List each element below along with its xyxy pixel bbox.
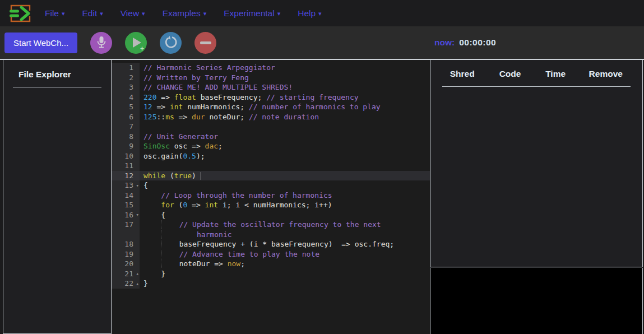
gutter-line-number[interactable] bbox=[112, 230, 140, 240]
gutter-line-number[interactable]: 15 bbox=[112, 200, 140, 210]
code-line[interactable]: 512 => int numHarmonics; // number of ha… bbox=[112, 102, 430, 112]
code-line[interactable]: 21▴ } bbox=[112, 269, 430, 279]
code-line[interactable]: 4220 => float baseFrequency; // starting… bbox=[112, 92, 430, 103]
code-line[interactable]: 18 baseFrequency + (i * baseFrequency) =… bbox=[112, 239, 430, 249]
code-text: // Update the oscillator frequency to th… bbox=[140, 220, 381, 230]
play-add-shred-button[interactable]: + bbox=[125, 32, 147, 54]
code-line[interactable]: 13▾{ bbox=[112, 180, 430, 191]
code-text: SinOsc osc => dac; bbox=[140, 141, 223, 151]
code-line[interactable]: 2// Written by Terry Feng bbox=[112, 73, 430, 83]
code-text: osc.gain(0.5); bbox=[140, 151, 205, 161]
code-line[interactable]: 22▴} bbox=[112, 279, 430, 289]
gutter-line-number[interactable]: 17 bbox=[112, 220, 140, 230]
fold-toggle-icon[interactable]: ▴ bbox=[136, 279, 139, 289]
plus-icon: + bbox=[140, 45, 144, 53]
chevron-down-icon: ▾ bbox=[100, 10, 103, 17]
code-text: 220 => float baseFrequency; // starting … bbox=[140, 92, 359, 103]
gutter-line-number[interactable]: 19 bbox=[112, 249, 140, 259]
code-line[interactable]: 7 bbox=[112, 122, 430, 132]
chevron-down-icon: ▾ bbox=[203, 10, 207, 17]
start-webchuck-button[interactable]: Start WebCh... bbox=[4, 33, 77, 53]
code-text: } bbox=[140, 269, 165, 279]
shred-table-divider bbox=[442, 86, 631, 87]
gutter-line-number[interactable]: 2 bbox=[112, 73, 140, 83]
microphone-icon bbox=[96, 36, 107, 50]
gutter-line-number[interactable]: 13▾ bbox=[112, 180, 140, 191]
code-line[interactable]: 1// Harmonic Series Arpeggiator bbox=[112, 63, 430, 73]
gutter-line-number[interactable]: 12 bbox=[112, 171, 140, 181]
code-line[interactable]: 16▾ { bbox=[112, 210, 430, 220]
gutter-line-number[interactable]: 21▴ bbox=[112, 269, 140, 279]
file-explorer-title: File Explorer bbox=[3, 60, 111, 80]
fold-toggle-icon[interactable]: ▾ bbox=[136, 181, 139, 191]
gutter-line-number[interactable]: 11 bbox=[112, 161, 140, 171]
gutter-line-number[interactable]: 8 bbox=[112, 132, 140, 142]
file-explorer-divider bbox=[13, 87, 101, 87]
now-time-display: now: 00:00:00 bbox=[434, 26, 496, 59]
chuck-time-value: 00:00:00 bbox=[459, 38, 496, 48]
gutter-line-number[interactable]: 4 bbox=[112, 92, 140, 103]
code-text: baseFrequency + (i * baseFrequency) => o… bbox=[140, 239, 394, 249]
gutter-line-number[interactable]: 1 bbox=[112, 63, 140, 73]
menu-bar: File▾Edit▾View▾Examples▾Experimental▾Hel… bbox=[0, 0, 644, 26]
chevron-down-icon: ▾ bbox=[62, 10, 65, 17]
gutter-line-number[interactable]: 9 bbox=[112, 141, 140, 151]
shred-column-header: Shred bbox=[438, 69, 486, 79]
webchuck-logo-icon bbox=[7, 2, 33, 25]
code-line[interactable]: 19 // Advance time to play the note bbox=[112, 249, 430, 259]
code-line[interactable]: 12while (true) bbox=[112, 171, 430, 181]
toolbar: Start WebCh... + now: 00:00:00 bbox=[0, 26, 644, 59]
code-line[interactable]: 8// Unit Generator bbox=[112, 132, 430, 142]
gutter-line-number[interactable]: 18 bbox=[112, 239, 140, 249]
gutter-line-number[interactable]: 16▾ bbox=[112, 210, 140, 220]
code-line[interactable]: 6125::ms => dur noteDur; // note duratio… bbox=[112, 112, 430, 122]
code-line[interactable]: 14 // Loop through the number of harmoni… bbox=[112, 191, 430, 201]
menu-items: File▾Edit▾View▾Examples▾Experimental▾Hel… bbox=[45, 8, 339, 18]
code-line[interactable]: 20 noteDur => now; bbox=[112, 259, 430, 269]
file-explorer-panel[interactable]: File Explorer bbox=[3, 60, 112, 334]
code-text: noteDur => now; bbox=[140, 259, 245, 269]
gutter-line-number[interactable]: 10 bbox=[112, 151, 140, 161]
code-editor[interactable]: 1// Harmonic Series Arpeggiator2// Writt… bbox=[112, 60, 430, 334]
fold-toggle-icon[interactable]: ▾ bbox=[136, 210, 139, 220]
code-text bbox=[140, 122, 143, 132]
gutter-line-number[interactable]: 3 bbox=[112, 82, 140, 92]
code-text: { bbox=[140, 180, 148, 191]
gutter-line-number[interactable]: 6 bbox=[112, 112, 140, 122]
code-text: for (0 => int i; i < numHarmonics; i++) bbox=[140, 200, 332, 210]
code-text: harmonic bbox=[140, 230, 232, 240]
chevron-down-icon: ▾ bbox=[277, 10, 281, 17]
gutter-line-number[interactable]: 20 bbox=[112, 259, 140, 269]
menu-item-edit[interactable]: Edit▾ bbox=[82, 8, 103, 18]
code-text: // CHANGE ME! ADD MULTIPLE SHREDS! bbox=[140, 82, 293, 92]
code-line[interactable]: 17 // Update the oscillator frequency to… bbox=[112, 220, 430, 230]
microphone-button[interactable] bbox=[90, 32, 112, 54]
code-line[interactable]: 15 for (0 => int i; i < numHarmonics; i+… bbox=[112, 200, 430, 210]
code-line[interactable]: 3// CHANGE ME! ADD MULTIPLE SHREDS! bbox=[112, 82, 430, 92]
code-text: { bbox=[140, 210, 165, 220]
menu-item-examples[interactable]: Examples▾ bbox=[163, 8, 207, 18]
gutter-line-number[interactable]: 5 bbox=[112, 102, 140, 112]
replace-shred-button[interactable] bbox=[160, 32, 182, 54]
gutter-line-number[interactable]: 14 bbox=[112, 191, 140, 201]
gutter-line-number[interactable]: 7 bbox=[112, 122, 140, 132]
code-line[interactable]: 10osc.gain(0.5); bbox=[112, 151, 430, 161]
shred-column-header: Time bbox=[534, 69, 577, 79]
audio-visualizer-canvas bbox=[430, 268, 643, 334]
menu-item-file[interactable]: File▾ bbox=[45, 8, 65, 18]
gutter-line-number[interactable]: 22▴ bbox=[112, 279, 140, 289]
code-text: // Written by Terry Feng bbox=[140, 73, 249, 83]
shred-column-header: Remove bbox=[577, 69, 634, 79]
code-line[interactable]: harmonic bbox=[112, 230, 430, 240]
menu-item-experimental[interactable]: Experimental▾ bbox=[224, 8, 280, 18]
remove-shred-button[interactable] bbox=[194, 32, 216, 54]
code-text: // Unit Generator bbox=[140, 132, 218, 142]
code-line[interactable]: 11 bbox=[112, 161, 430, 171]
menu-item-help[interactable]: Help▾ bbox=[298, 8, 321, 18]
code-text: // Loop through the number of harmonics bbox=[140, 191, 332, 201]
menu-item-view[interactable]: View▾ bbox=[121, 8, 145, 18]
code-text: } bbox=[140, 279, 148, 289]
code-text bbox=[140, 161, 143, 171]
fold-toggle-icon[interactable]: ▴ bbox=[136, 269, 139, 279]
code-line[interactable]: 9SinOsc osc => dac; bbox=[112, 141, 430, 151]
